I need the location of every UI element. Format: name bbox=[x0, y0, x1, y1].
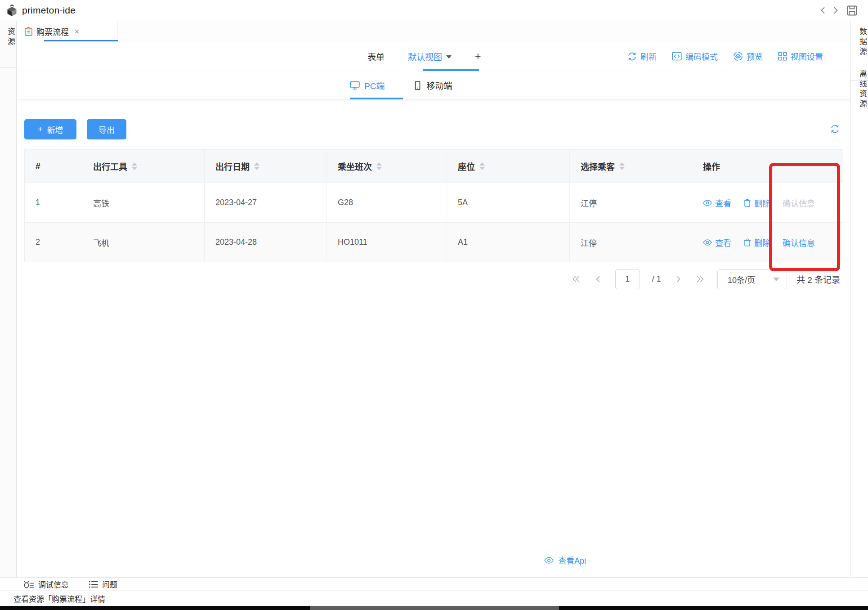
cell-travel-date: 2023-04-28 bbox=[205, 223, 327, 262]
right-panel-strip: 数据源 离线资源 bbox=[850, 21, 868, 577]
export-button[interactable]: 导出 bbox=[87, 119, 126, 139]
plus-icon: + bbox=[37, 124, 43, 135]
editor-tab-label: 购票流程 bbox=[36, 26, 69, 37]
datasource-panel-toggle[interactable]: 数据源 bbox=[850, 27, 868, 57]
cell-travel-tool: 飞机 bbox=[82, 223, 205, 262]
confirm-info-action: 确认信息 bbox=[783, 197, 815, 209]
chevron-down-icon bbox=[773, 278, 779, 281]
debug-icon bbox=[23, 580, 34, 589]
status-bar: 查看资源「购票流程」详情 bbox=[0, 591, 868, 606]
sort-icon bbox=[619, 162, 625, 170]
table-header-row: # 出行工具 出行日期 乘坐班次 座位 选择乘客 操作 bbox=[25, 150, 843, 183]
top-bar: primeton-ide bbox=[0, 0, 868, 21]
view-settings-button[interactable]: 视图设置 bbox=[778, 50, 823, 62]
cell-trip-number: G28 bbox=[327, 183, 447, 223]
cell-index: 1 bbox=[25, 183, 82, 223]
cell-passenger: 江停 bbox=[570, 183, 692, 223]
view-action[interactable]: 查看 bbox=[703, 197, 731, 209]
code-mode-button[interactable]: 编码模式 bbox=[672, 50, 718, 62]
page-number-input[interactable] bbox=[615, 269, 640, 289]
list-icon bbox=[89, 580, 98, 588]
col-header-trip-number[interactable]: 乘坐班次 bbox=[327, 150, 447, 183]
status-text: 查看资源「购票流程」详情 bbox=[13, 593, 105, 604]
col-header-travel-date[interactable]: 出行日期 bbox=[205, 150, 327, 183]
sort-icon bbox=[132, 162, 137, 170]
tab-default-view[interactable]: 默认视图 bbox=[408, 50, 452, 63]
offline-resources-panel-toggle[interactable]: 离线资源 bbox=[850, 70, 868, 109]
confirm-info-action[interactable]: 确认信息 bbox=[783, 237, 815, 248]
editor-tab-ticket-flow[interactable]: 购票流程 × bbox=[17, 21, 118, 41]
nav-back-icon[interactable] bbox=[817, 4, 829, 17]
total-records-label: 共 2 条记录 bbox=[796, 273, 840, 285]
save-icon[interactable] bbox=[846, 4, 858, 17]
cell-index: 2 bbox=[25, 223, 82, 262]
delete-action[interactable]: 删除 bbox=[743, 197, 770, 209]
table-refresh-icon[interactable] bbox=[830, 124, 840, 134]
app-title: primeton-ide bbox=[22, 5, 76, 16]
last-page-icon[interactable] bbox=[695, 274, 705, 285]
problems-button[interactable]: 问题 bbox=[89, 579, 117, 590]
document-icon bbox=[25, 27, 32, 36]
cell-operations: 查看 删除 确认信息 bbox=[692, 223, 843, 262]
cell-seat: 5A bbox=[447, 183, 570, 223]
add-record-button[interactable]: + 新增 bbox=[24, 119, 76, 139]
cell-operations: 查看 删除 确认信息 bbox=[692, 183, 843, 223]
table-row: 1 高铁 2023-04-27 G28 5A 江停 查看 删除 bbox=[25, 183, 843, 223]
first-page-icon[interactable] bbox=[571, 274, 581, 285]
close-icon[interactable]: × bbox=[74, 27, 80, 36]
prev-page-icon[interactable] bbox=[593, 274, 603, 285]
pagination: / 1 10条/页 共 2 条记录 bbox=[571, 269, 840, 289]
sort-icon bbox=[254, 162, 260, 170]
view-tabs-row: 表单 默认视图 + 刷新 bbox=[17, 41, 850, 71]
view-action[interactable]: 查看 bbox=[703, 237, 731, 248]
refresh-button[interactable]: 刷新 bbox=[627, 50, 657, 62]
col-header-operations: 操作 bbox=[692, 150, 843, 183]
left-panel-strip: 资源 bbox=[0, 21, 17, 577]
records-table: # 出行工具 出行日期 乘坐班次 座位 选择乘客 操作 1 高铁 2023-04… bbox=[24, 149, 843, 262]
resources-panel-toggle[interactable]: 资源 bbox=[0, 27, 16, 47]
col-header-index: # bbox=[25, 150, 82, 183]
mobile-phone-icon bbox=[413, 81, 422, 90]
debug-info-button[interactable]: 调试信息 bbox=[23, 579, 69, 590]
bottom-toolbar: 调试信息 问题 bbox=[0, 577, 868, 591]
editor-tab-bar: 购票流程 × bbox=[17, 21, 850, 41]
device-tabs-row: PC端 移动端 bbox=[17, 71, 850, 99]
col-header-travel-tool[interactable]: 出行工具 bbox=[82, 150, 205, 183]
divider bbox=[850, 80, 868, 81]
app-logo-icon bbox=[6, 4, 18, 17]
total-pages-label: / 1 bbox=[652, 274, 661, 284]
monitor-icon bbox=[350, 81, 360, 90]
app-window: primeton-ide 资源 数据源 离线资源 bbox=[0, 0, 868, 610]
next-page-icon[interactable] bbox=[673, 274, 683, 285]
cell-seat: A1 bbox=[447, 223, 570, 262]
taskbar-segment bbox=[310, 606, 559, 610]
col-header-seat[interactable]: 座位 bbox=[447, 150, 570, 183]
page-size-select[interactable]: 10条/页 bbox=[717, 269, 787, 289]
tab-form[interactable]: 表单 bbox=[367, 50, 385, 63]
nav-forward-icon[interactable] bbox=[829, 4, 842, 17]
add-view-tab-button[interactable]: + bbox=[475, 50, 481, 63]
view-api-link[interactable]: 查看Api bbox=[544, 554, 586, 566]
device-tab-ink-bar bbox=[350, 98, 403, 99]
divider bbox=[0, 67, 16, 67]
sort-icon bbox=[479, 162, 485, 170]
cell-passenger: 江停 bbox=[570, 223, 692, 262]
table-row: 2 飞机 2023-04-28 HO1011 A1 江停 查看 删除 bbox=[25, 223, 843, 262]
cell-trip-number: HO1011 bbox=[327, 223, 447, 262]
tab-pc[interactable]: PC端 bbox=[350, 79, 385, 91]
bottom-screen-edge bbox=[0, 606, 868, 610]
preview-button[interactable]: 预览 bbox=[733, 50, 763, 62]
chevron-down-icon[interactable] bbox=[446, 55, 452, 58]
sort-icon bbox=[376, 162, 382, 170]
delete-action[interactable]: 删除 bbox=[743, 237, 770, 248]
cell-travel-date: 2023-04-27 bbox=[205, 183, 327, 223]
cell-travel-tool: 高铁 bbox=[82, 183, 205, 223]
tab-mobile[interactable]: 移动端 bbox=[413, 79, 452, 91]
col-header-passenger[interactable]: 选择乘客 bbox=[570, 150, 692, 183]
